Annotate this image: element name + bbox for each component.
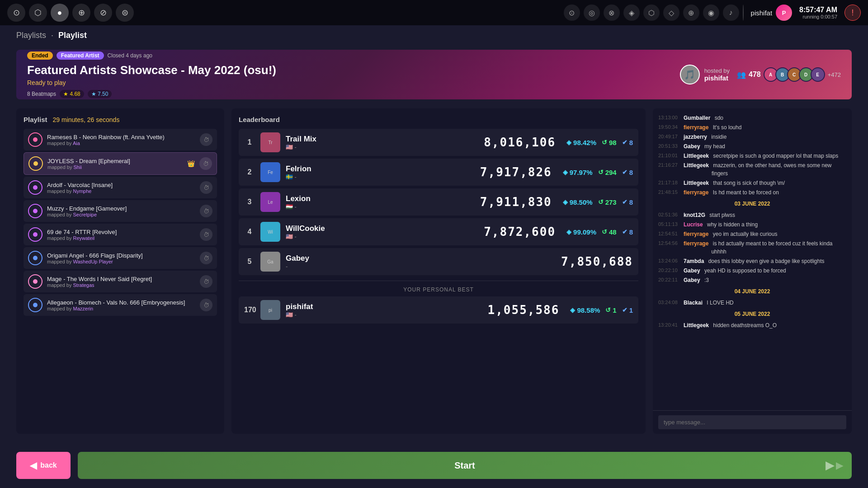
playlist-header: Playlist 29 minutes, 26 seconds xyxy=(24,116,217,123)
chat-input[interactable] xyxy=(658,415,846,429)
tb-icon-6[interactable]: ◇ xyxy=(663,5,679,21)
mapper-name[interactable]: Mazzerin xyxy=(73,306,93,311)
chat-msg-user[interactable]: Littlegeek xyxy=(684,321,709,329)
host-name[interactable]: pishifat xyxy=(704,74,730,82)
breadcrumb-parent[interactable]: Playlists xyxy=(16,31,46,40)
chat-msg-user[interactable]: fierryrage xyxy=(684,188,708,197)
nav-icon-pause[interactable]: ⊘ xyxy=(94,4,112,22)
tb-icon-3[interactable]: ⊗ xyxy=(604,5,620,21)
item-icon-inner xyxy=(33,185,38,190)
lb-entry[interactable]: 1 Tr Trail Mix 🇺🇸 - 8,016,106 ◈98.42% ↺9… xyxy=(239,129,638,156)
lb-rank: 5 xyxy=(244,258,255,266)
chat-panel: 13:13:00 Gumballer sdo 19:50:34 fierryra… xyxy=(653,108,852,434)
item-clock-icon[interactable]: ⏱ xyxy=(200,181,212,194)
tb-icon-4[interactable]: ◈ xyxy=(623,5,640,21)
chat-msg-user[interactable]: jazzberry xyxy=(684,133,707,141)
item-clock-icon[interactable]: ⏱ xyxy=(200,275,212,288)
lb-entry[interactable]: 2 Fe Felrion 🇸🇪 - 7,917,826 ◈97.97% ↺294… xyxy=(239,159,638,186)
chat-msg-user[interactable]: Gabey xyxy=(684,142,700,150)
lb-flag: 🇭🇺 - xyxy=(286,203,475,210)
nav-icon-eq[interactable]: ⊜ xyxy=(116,4,134,22)
tb-icon-music[interactable]: ♪ xyxy=(723,5,739,21)
item-icon-inner xyxy=(33,256,38,260)
chat-msg-user[interactable]: Blackai xyxy=(684,299,703,307)
item-clock-icon[interactable]: ⏱ xyxy=(200,228,212,241)
item-clock-icon[interactable]: ⏱ xyxy=(200,205,212,217)
hosted-by-label: hosted by xyxy=(704,67,730,74)
top-bar-icons: ⊙ ◎ ⊗ ◈ ⬡ ◇ ⊕ ◉ ♪ xyxy=(564,5,744,21)
lb-personal-rank: 170 xyxy=(244,306,255,314)
alert-icon[interactable]: ! xyxy=(844,5,861,21)
chat-msg-user[interactable]: fierryrage xyxy=(684,239,708,256)
item-mapper: mapped by Aia xyxy=(47,141,195,146)
mapper-name[interactable]: Secretpipe xyxy=(73,212,97,217)
mapper-name[interactable]: Shii xyxy=(73,164,81,170)
tb-icon-5[interactable]: ⬡ xyxy=(643,5,660,21)
nav-icon-hex[interactable]: ⬡ xyxy=(29,4,47,22)
tb-icon-1[interactable]: ⊙ xyxy=(564,5,580,21)
chat-msg-user[interactable]: fierryrage xyxy=(684,123,708,131)
nav-icon-circle[interactable]: ● xyxy=(51,4,69,22)
playlist-item[interactable]: Allegaeon - Biomech - Vals No. 666 [Embr… xyxy=(24,294,217,316)
lb-entry[interactable]: 4 Wi WillCookie 🇺🇸 - 7,872,600 ◈99.09% ↺… xyxy=(239,218,638,245)
item-title: Origami Angel - 666 Flags [Disparity] xyxy=(47,252,195,259)
chat-msg-user[interactable]: Gabey xyxy=(684,267,700,275)
start-icon-1: ▶ xyxy=(826,459,834,472)
lb-entry[interactable]: 5 Ga Gabey - 7,850,688 xyxy=(239,248,638,275)
chat-msg-user[interactable]: Littlegeek xyxy=(684,152,709,160)
playlist-item[interactable]: Mage - The Words I Never Said [Regret] m… xyxy=(24,271,217,292)
start-button[interactable]: Start ▶ ▶ xyxy=(78,452,852,479)
chat-msg-time: 13:20:41 xyxy=(658,321,681,329)
item-clock-icon[interactable]: ⏱ xyxy=(200,252,212,264)
lb-entry[interactable]: 3 Le Lexion 🇭🇺 - 7,911,830 ◈98.50% ↺273 … xyxy=(239,188,638,216)
playlist-item[interactable]: Origami Angel - 666 Flags [Disparity] ma… xyxy=(24,247,217,269)
time-main: 8:57:47 AM xyxy=(799,6,837,14)
nav-icon-cross[interactable]: ⊕ xyxy=(72,4,90,22)
mapper-name[interactable]: Strategas xyxy=(73,282,94,288)
chat-msg-text: yeah HD is supposed to be forced xyxy=(703,267,786,275)
tb-icon-7[interactable]: ⊕ xyxy=(683,5,699,21)
item-clock-icon[interactable]: ⏱ xyxy=(199,157,212,170)
lb-player-name: WillCookie xyxy=(286,224,478,233)
chat-msg-user[interactable]: Littlegeek xyxy=(684,179,709,187)
chat-msg-time: 20:22:10 xyxy=(658,267,681,275)
back-button[interactable]: ◀ back xyxy=(16,452,71,479)
item-title: Ardolf - Varcolac [Insane] xyxy=(47,182,195,188)
mapper-name[interactable]: Nymphe xyxy=(73,188,91,194)
mods-icon-p: ✔ xyxy=(622,306,627,314)
chat-msg-text: sdo xyxy=(713,114,723,122)
chat-msg-user[interactable]: Gumballer xyxy=(684,114,710,122)
item-clock-icon[interactable]: ⏱ xyxy=(200,133,212,146)
item-title: Mage - The Words I Never Said [Regret] xyxy=(47,276,195,282)
playlist-item[interactable]: Rameses B - Neon Rainbow (ft. Anna Yvett… xyxy=(24,129,217,150)
item-icon-inner xyxy=(33,137,38,142)
chat-msg-user[interactable]: fierryrage xyxy=(684,230,708,238)
lb-player-name: Gabey xyxy=(286,254,556,263)
user-avatar[interactable]: P xyxy=(776,5,792,21)
back-label: back xyxy=(40,461,57,469)
mapper-name[interactable]: WashedUp Player xyxy=(73,259,113,264)
chat-message: 12:54:51 fierryrage yeo im actually like… xyxy=(658,230,846,238)
item-clock-icon[interactable]: ⏱ xyxy=(200,299,212,311)
combo-icon: ↺ xyxy=(598,169,604,176)
playlist-item[interactable]: Muzzy - Endgame [Gameover] mapped by Sec… xyxy=(24,200,217,222)
mapper-name[interactable]: Aia xyxy=(73,141,80,146)
tb-icon-8[interactable]: ◉ xyxy=(703,5,719,21)
nav-icons-left: ⊙ ⬡ ● ⊕ ⊘ ⊜ xyxy=(7,4,134,22)
participants-area: 👥 478 A B C D E +472 xyxy=(737,67,841,82)
mapper-name[interactable]: Reywateil xyxy=(73,235,94,241)
chat-msg-user[interactable]: Gabey xyxy=(684,276,700,284)
chat-msg-user[interactable]: Littlegeek xyxy=(684,161,709,178)
tb-icon-2[interactable]: ◎ xyxy=(584,5,600,21)
playlist-item[interactable]: JOYLESS - Dream [Ephemeral] mapped by Sh… xyxy=(24,152,217,175)
chat-msg-user[interactable]: knot12G xyxy=(684,211,705,219)
banner-title: Featured Artists Showcase - May 2022 (os… xyxy=(27,63,680,77)
chat-msg-time: 05:11:13 xyxy=(658,221,681,229)
chat-msg-user[interactable]: Lucrise xyxy=(684,221,703,229)
lb-personal-player-info: pishifat 🇺🇸 - xyxy=(286,302,482,318)
nav-icon-home[interactable]: ⊙ xyxy=(7,4,25,22)
playlist-item[interactable]: 69 de 74 - RTTR [Revolve] mapped by Reyw… xyxy=(24,224,217,245)
lb-flag: 🇺🇸 - xyxy=(286,233,478,240)
chat-msg-user[interactable]: 7ambda xyxy=(684,257,704,265)
playlist-item[interactable]: Ardolf - Varcolac [Insane] mapped by Nym… xyxy=(24,177,217,198)
